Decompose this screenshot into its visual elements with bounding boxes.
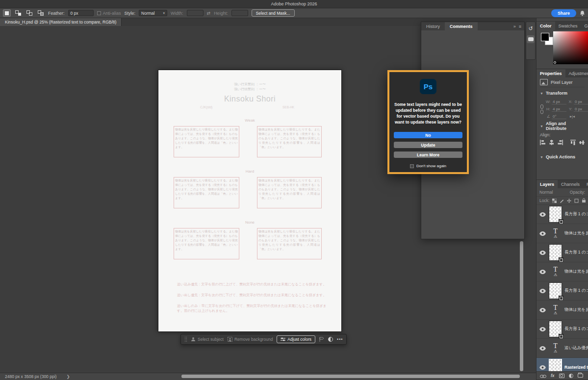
panel-menu-icon[interactable]: ≡ — [519, 24, 521, 29]
lock-pixels-brush-icon[interactable] — [560, 199, 564, 203]
layer-row[interactable]: 長方形 1 のコピー 2 — [537, 320, 588, 339]
subtract-from-selection-icon[interactable] — [26, 9, 33, 17]
taskbar-more-options-icon[interactable]: ••• — [337, 337, 343, 342]
layer-row[interactable]: Rasterized text to — [537, 358, 588, 371]
quick-actions-section-header[interactable]: ▼ Quick Actions — [540, 153, 585, 161]
y-field[interactable]: 0 px — [574, 106, 588, 112]
select-subject-button[interactable]: Select subject — [191, 337, 224, 342]
document-page[interactable]: 強い行末禁則 ：ー〜 強い行頭禁則 ：ー〜 Kinsoku Shori CJK(… — [158, 70, 342, 332]
contrast-icon[interactable] — [328, 337, 333, 342]
comments-panel-icon[interactable] — [527, 35, 535, 43]
visibility-eye-icon[interactable] — [538, 289, 546, 293]
history-panel-icon[interactable]: ↺ — [527, 25, 535, 32]
align-right-edges-icon[interactable] — [558, 140, 563, 145]
layer-name[interactable]: 長方形 1 のコピー 2 — [564, 326, 588, 332]
visibility-eye-icon[interactable] — [538, 231, 546, 236]
angle-field[interactable]: 0° — [552, 114, 566, 119]
lock-transparency-icon[interactable] — [552, 199, 557, 203]
layer-row[interactable]: T⚠物体は光を反射し... — [537, 224, 588, 243]
layer-thumbnail[interactable] — [549, 359, 562, 371]
align-section-header[interactable]: ▼ Align and Distribute — [540, 122, 585, 130]
status-chevron-icon[interactable]: ❯ — [66, 374, 70, 379]
visibility-eye-icon[interactable] — [538, 327, 546, 331]
visibility-eye-icon[interactable] — [538, 270, 546, 274]
align-top-edges-icon[interactable] — [570, 140, 576, 145]
layer-thumbnail[interactable] — [549, 321, 562, 337]
no-button[interactable]: No — [394, 132, 462, 138]
taskbar-drag-handle-icon[interactable] — [184, 336, 187, 343]
layer-row[interactable]: 長方形 1 のコピー 2 — [537, 281, 588, 301]
layer-name[interactable]: 長方形 1 のコピー 2 — [564, 288, 588, 294]
layer-thumbnail[interactable] — [549, 282, 562, 299]
layer-name[interactable]: 物体は光を反射し... — [564, 269, 588, 275]
foreground-color-swatch[interactable] — [541, 33, 549, 41]
align-vertical-centers-icon[interactable] — [579, 140, 585, 145]
layer-row[interactable]: 長方形 1 のコピー 2 — [537, 205, 588, 224]
share-button[interactable]: Share — [551, 9, 576, 17]
adjust-colors-button[interactable]: Adjust colors — [277, 335, 315, 343]
select-and-mask-button[interactable]: Select and Mask... — [252, 9, 295, 17]
layer-thumbnail[interactable] — [549, 206, 562, 223]
intersect-selection-icon[interactable] — [37, 9, 45, 17]
tab-properties[interactable]: Properties — [537, 69, 565, 77]
anti-alias-checkbox[interactable] — [97, 11, 101, 15]
visibility-eye-icon[interactable] — [538, 365, 546, 370]
tab-paths[interactable]: Paths — [583, 180, 588, 188]
tab-layers[interactable]: Layers — [537, 180, 558, 188]
update-button[interactable]: Update — [394, 142, 462, 148]
layer-row[interactable]: T⚠追い込み優先：... — [537, 339, 588, 358]
tab-gradients[interactable]: Gradients — [581, 22, 588, 30]
feather-input[interactable]: 0 px — [68, 10, 94, 16]
link-layers-icon[interactable] — [540, 371, 546, 380]
layer-name[interactable]: 長方形 1 のコピー 2 — [564, 211, 588, 217]
layer-row[interactable]: T⚠物体は光を反射し... — [537, 262, 588, 281]
visibility-eye-icon[interactable] — [538, 308, 546, 312]
layer-name[interactable]: 長方形 1 のコピー 2 — [564, 250, 588, 255]
tab-color[interactable]: Color — [537, 22, 555, 30]
color-picker-field[interactable] — [553, 31, 588, 64]
visibility-eye-icon[interactable] — [538, 346, 546, 351]
horizontal-scrollbar[interactable] — [181, 375, 520, 378]
layer-name[interactable]: Rasterized text to — [564, 365, 588, 370]
lock-artboard-icon[interactable] — [574, 199, 579, 203]
height-input[interactable] — [231, 10, 248, 16]
layer-row[interactable]: T⚠物体は光を反射し... — [537, 301, 588, 320]
visibility-eye-icon[interactable] — [538, 251, 546, 255]
layer-effects-icon[interactable]: fx — [551, 373, 555, 378]
visibility-eye-icon[interactable] — [538, 212, 546, 217]
new-group-icon[interactable] — [578, 374, 583, 378]
style-select[interactable]: Normal▾ — [139, 10, 167, 16]
align-horizontal-centers-icon[interactable] — [549, 140, 554, 145]
crop-flag-icon[interactable] — [319, 337, 324, 342]
dont-show-again-checkbox[interactable] — [410, 164, 414, 168]
remove-background-button[interactable]: Remove background — [228, 337, 273, 342]
x-field[interactable]: 0 px — [574, 99, 588, 104]
link-dimensions-icon[interactable] — [540, 98, 544, 120]
swap-width-height-icon[interactable]: ⇄ — [207, 11, 211, 16]
lock-position-icon[interactable] — [567, 199, 571, 203]
tab-swatches[interactable]: Swatches — [555, 22, 581, 30]
collapse-panel-icon[interactable]: » — [513, 24, 516, 29]
new-selection-icon[interactable] — [3, 9, 11, 17]
vertical-scrollbar[interactable] — [520, 241, 523, 371]
tab-history[interactable]: History — [421, 22, 445, 30]
layer-name[interactable]: 物体は光を反射し... — [564, 230, 588, 236]
tab-comments[interactable]: Comments — [445, 22, 478, 30]
learn-more-button[interactable]: Learn More — [394, 152, 462, 158]
add-to-selection-icon[interactable] — [14, 9, 22, 17]
layer-thumbnail[interactable] — [549, 244, 562, 261]
add-layer-mask-icon[interactable] — [559, 374, 564, 378]
layer-name[interactable]: 物体は光を反射し... — [564, 307, 588, 313]
layer-name[interactable]: 追い込み優先：... — [564, 345, 588, 351]
document-tab[interactable]: Kinsoku_H.psd @ 25% (Rasterized text to … — [0, 18, 122, 26]
adjustment-layer-icon[interactable] — [569, 374, 573, 378]
notifications-bell-icon[interactable] — [580, 10, 585, 16]
color-picker-dot[interactable] — [554, 61, 556, 64]
flip-horizontal-icon[interactable]: ▸|◂ — [570, 114, 575, 119]
blend-mode-select[interactable]: Normal — [539, 190, 553, 195]
width-input[interactable] — [187, 10, 204, 16]
contextual-task-bar[interactable]: Select subject Remove background Adjust … — [180, 334, 347, 345]
height-field[interactable]: 4 px — [552, 106, 566, 112]
lock-all-icon[interactable] — [582, 198, 586, 203]
tab-adjustments[interactable]: Adjustments — [565, 69, 588, 77]
